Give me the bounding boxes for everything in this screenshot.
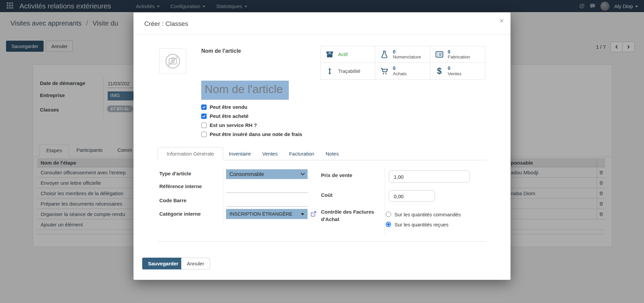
- achats-count: 0: [393, 66, 407, 71]
- form-group-separator: [223, 168, 223, 223]
- list-icon: [435, 50, 444, 59]
- ventes-label: Ventes: [448, 71, 462, 77]
- modal-title: Créer : Classes: [144, 20, 188, 28]
- ventes-count: 0: [448, 66, 462, 71]
- achats-label: Achats: [393, 71, 407, 77]
- create-classes-modal: Créer : Classes × Nom de l'article Actif: [133, 12, 511, 280]
- stat-button-grid: Actif 0 Nomenclature 0 Fabrication: [320, 46, 485, 80]
- modal-header-divider: [133, 35, 511, 35]
- controle-factures-label: Contrôle des Factures d'Achat: [321, 208, 381, 223]
- code-barre-input[interactable]: [226, 197, 308, 207]
- stat-button-nomenclature[interactable]: 0 Nomenclature: [375, 46, 430, 63]
- nomenclature-label: Nomenclature: [393, 54, 421, 60]
- stat-button-ventes[interactable]: $ 0 Ventes: [430, 63, 485, 79]
- type-article-select[interactable]: Consommable: [226, 169, 308, 179]
- stat-button-actif[interactable]: Actif: [321, 46, 375, 63]
- updown-arrow-icon: [325, 67, 334, 76]
- stat-button-achats[interactable]: 0 Achats: [375, 63, 430, 79]
- caret-down-icon: [301, 213, 304, 215]
- cart-icon: [380, 67, 389, 76]
- stat-button-fabrication[interactable]: 0 Fabrication: [430, 46, 485, 63]
- checkbox-peut-etre-vendu[interactable]: Peut être vendu: [201, 102, 302, 112]
- tab-notes[interactable]: Notes: [320, 147, 344, 160]
- categorie-interne-label: Catégorie interne: [159, 211, 201, 217]
- tab-inventaire[interactable]: Inventaire: [223, 147, 257, 160]
- prix-de-vente-input[interactable]: 1,00: [389, 170, 470, 183]
- product-name-input[interactable]: Nom de l'article: [201, 81, 289, 100]
- cout-input[interactable]: 0,00: [389, 190, 435, 202]
- checkbox-unchecked-icon: [201, 132, 207, 137]
- checkbox-service-rh[interactable]: Est un service RH ?: [201, 121, 302, 130]
- type-article-label: Type d'article: [159, 171, 191, 176]
- stat-button-tracabilite[interactable]: Traçabilité: [321, 63, 375, 79]
- checkbox-note-de-frais[interactable]: Peut être inséré dans une note de frais: [201, 130, 302, 139]
- product-name-label: Nom de l'article: [201, 48, 241, 54]
- archive-icon: [325, 50, 334, 59]
- modal-notebook-tabs: Information Générale Inventaire Ventes F…: [158, 146, 487, 160]
- screen: Activités relations extérieures Activité…: [0, 0, 644, 303]
- radio-selected-icon: [386, 222, 391, 227]
- actif-label: Actif: [338, 52, 347, 57]
- checkbox-checked-icon: [201, 114, 207, 119]
- modal-body-divider: [158, 241, 487, 242]
- external-link-icon[interactable]: [310, 210, 318, 218]
- checkbox-peut-etre-achete[interactable]: Peut être acheté: [201, 112, 302, 121]
- nomenclature-count: 0: [393, 49, 421, 55]
- radio-unselected-icon: [386, 212, 391, 217]
- modal-cancel-button[interactable]: Annuler: [181, 258, 210, 269]
- fabrication-label: Fabrication: [448, 54, 470, 60]
- tab-information-generale[interactable]: Information Générale: [158, 147, 223, 160]
- reference-interne-input[interactable]: [226, 183, 308, 193]
- product-option-checkboxes: Peut être vendu Peut être acheté Est un …: [201, 102, 302, 139]
- modal-save-button[interactable]: Sauvegarder: [142, 258, 184, 269]
- close-icon[interactable]: ×: [499, 16, 504, 25]
- product-name-placeholder: Nom de l'article: [201, 81, 289, 100]
- chevron-down-icon: [301, 173, 305, 175]
- reference-interne-label: Référence interne: [159, 183, 202, 189]
- tab-facturation[interactable]: Facturation: [283, 147, 320, 160]
- no-camera-icon: [163, 51, 182, 71]
- radio-quantites-commandees[interactable]: Sur les quantités commandés: [386, 210, 461, 218]
- fabrication-count: 0: [448, 49, 470, 55]
- checkbox-checked-icon: [201, 104, 207, 110]
- cout-label: Coût: [321, 192, 332, 198]
- tracabilite-label: Traçabilité: [338, 69, 360, 74]
- categorie-interne-select[interactable]: INSCRIPTION ÉTRANGÈRE: [226, 209, 308, 219]
- form-group-separator: [385, 168, 385, 234]
- flask-icon: [380, 50, 389, 59]
- dollar-icon: $: [435, 66, 444, 76]
- checkbox-unchecked-icon: [201, 123, 207, 128]
- prix-de-vente-label: Prix de vente: [321, 172, 352, 178]
- code-barre-label: Code Barre: [159, 198, 186, 203]
- radio-quantites-recues[interactable]: Sur les quantités reçues: [386, 220, 448, 228]
- product-image-placeholder[interactable]: [159, 48, 186, 74]
- tab-ventes[interactable]: Ventes: [257, 147, 283, 160]
